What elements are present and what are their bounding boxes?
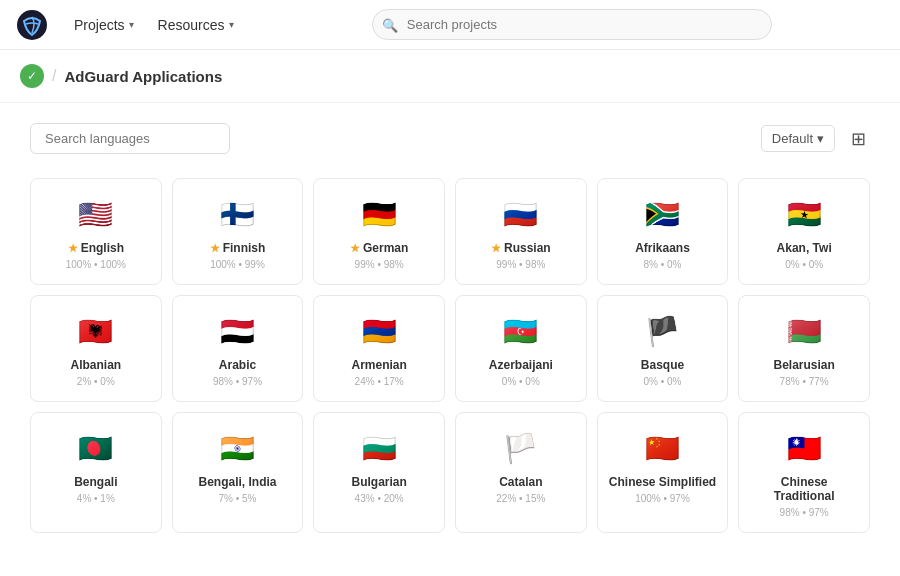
- lang-card[interactable]: 🇷🇺Russian99% • 98%: [455, 178, 587, 285]
- flag-icon: 🇺🇸: [70, 197, 122, 233]
- lang-name: Chinese Simplified: [609, 475, 716, 489]
- lang-card[interactable]: 🇬🇭Akan, Twi0% • 0%: [738, 178, 870, 285]
- language-search: [30, 123, 230, 154]
- lang-stat: 99% • 98%: [355, 259, 404, 270]
- search-input[interactable]: [30, 123, 230, 154]
- lang-name: Bengali, India: [198, 475, 276, 489]
- flag-icon: 🇨🇳: [636, 431, 688, 467]
- page-title: AdGuard Applications: [64, 68, 222, 85]
- lang-stat: 98% • 97%: [213, 376, 262, 387]
- lang-stat: 99% • 98%: [496, 259, 545, 270]
- navbar: Projects ▾ Resources ▾ 🔍: [0, 0, 900, 50]
- flag-icon: 🇾🇪: [211, 314, 263, 350]
- lang-stat: 2% • 0%: [77, 376, 115, 387]
- flag-icon: 🏴: [636, 314, 688, 350]
- nav-resources-label: Resources: [158, 17, 225, 33]
- lang-card[interactable]: 🇹🇼Chinese Traditional98% • 97%: [738, 412, 870, 533]
- lang-stat: 0% • 0%: [502, 376, 540, 387]
- flag-icon: 🏳️: [495, 431, 547, 467]
- lang-stat: 100% • 97%: [635, 493, 690, 504]
- main-content: Default ▾ ⊞ 🇺🇸English100% • 100%🇫🇮Finnis…: [0, 103, 900, 553]
- lang-stat: 22% • 15%: [496, 493, 545, 504]
- lang-name: Albanian: [70, 358, 121, 372]
- default-label: Default: [772, 131, 813, 146]
- lang-card[interactable]: 🇦🇿Azerbaijani0% • 0%: [455, 295, 587, 402]
- lang-card[interactable]: 🇧🇩Bengali4% • 1%: [30, 412, 162, 533]
- lang-stat: 100% • 100%: [66, 259, 126, 270]
- lang-card[interactable]: 🇦🇲Armenian24% • 17%: [313, 295, 445, 402]
- lang-name: Bengali: [74, 475, 117, 489]
- grid-view-button[interactable]: ⊞: [847, 124, 870, 154]
- lang-card[interactable]: 🏴Basque0% • 0%: [597, 295, 729, 402]
- shield-icon: ✓: [20, 64, 44, 88]
- lang-name: Belarusian: [773, 358, 834, 372]
- lang-card[interactable]: 🇮🇳Bengali, India7% • 5%: [172, 412, 304, 533]
- language-grid: 🇺🇸English100% • 100%🇫🇮Finnish100% • 99%🇩…: [30, 178, 870, 533]
- lang-stat: 98% • 97%: [780, 507, 829, 518]
- lang-stat: 7% • 5%: [219, 493, 257, 504]
- lang-name: Finnish: [210, 241, 266, 255]
- flag-icon: 🇫🇮: [211, 197, 263, 233]
- chevron-down-icon: ▾: [129, 19, 134, 30]
- lang-card[interactable]: 🇧🇬Bulgarian43% • 20%: [313, 412, 445, 533]
- breadcrumb-separator: /: [52, 67, 56, 85]
- lang-card[interactable]: 🏳️Catalan22% • 15%: [455, 412, 587, 533]
- flag-icon: 🇮🇳: [211, 431, 263, 467]
- lang-name: Bulgarian: [351, 475, 406, 489]
- lang-card[interactable]: 🇧🇾Belarusian78% • 77%: [738, 295, 870, 402]
- flag-icon: 🇬🇭: [778, 197, 830, 233]
- flag-icon: 🇹🇼: [778, 431, 830, 467]
- flag-icon: 🇦🇲: [353, 314, 405, 350]
- flag-icon: 🇩🇪: [353, 197, 405, 233]
- global-search-input[interactable]: [372, 9, 772, 40]
- lang-card[interactable]: 🇺🇸English100% • 100%: [30, 178, 162, 285]
- lang-card[interactable]: 🇨🇳Chinese Simplified100% • 97%: [597, 412, 729, 533]
- lang-name: Akan, Twi: [777, 241, 832, 255]
- lang-name: Azerbaijani: [489, 358, 553, 372]
- lang-card[interactable]: 🇦🇱Albanian2% • 0%: [30, 295, 162, 402]
- lang-stat: 78% • 77%: [780, 376, 829, 387]
- lang-stat: 43% • 20%: [355, 493, 404, 504]
- global-search: 🔍: [372, 9, 772, 40]
- lang-name: Russian: [491, 241, 551, 255]
- flag-icon: 🇷🇺: [495, 197, 547, 233]
- lang-stat: 4% • 1%: [77, 493, 115, 504]
- flag-icon: 🇧🇬: [353, 431, 405, 467]
- lang-name: Chinese Traditional: [749, 475, 859, 503]
- flag-icon: 🇧🇾: [778, 314, 830, 350]
- nav-menu: Projects ▾ Resources ▾: [64, 11, 244, 39]
- lang-stat: 100% • 99%: [210, 259, 265, 270]
- lang-name: Afrikaans: [635, 241, 690, 255]
- logo[interactable]: [16, 9, 48, 41]
- flag-icon: 🇦🇱: [70, 314, 122, 350]
- lang-stat: 24% • 17%: [355, 376, 404, 387]
- chevron-down-icon: ▾: [817, 131, 824, 146]
- toolbar-right: Default ▾ ⊞: [761, 124, 870, 154]
- lang-stat: 8% • 0%: [644, 259, 682, 270]
- lang-card[interactable]: 🇾🇪Arabic98% • 97%: [172, 295, 304, 402]
- lang-stat: 0% • 0%: [644, 376, 682, 387]
- lang-card[interactable]: 🇩🇪German99% • 98%: [313, 178, 445, 285]
- lang-name: English: [68, 241, 124, 255]
- default-filter-button[interactable]: Default ▾: [761, 125, 835, 152]
- lang-name: Armenian: [351, 358, 406, 372]
- breadcrumb: ✓ / AdGuard Applications: [0, 50, 900, 103]
- nav-item-resources[interactable]: Resources ▾: [148, 11, 244, 39]
- flag-icon: 🇦🇿: [495, 314, 547, 350]
- lang-card[interactable]: 🇿🇦Afrikaans8% • 0%: [597, 178, 729, 285]
- lang-stat: 0% • 0%: [785, 259, 823, 270]
- lang-name: Catalan: [499, 475, 542, 489]
- search-icon: 🔍: [382, 17, 398, 32]
- lang-name: Arabic: [219, 358, 256, 372]
- chevron-down-icon: ▾: [229, 19, 234, 30]
- nav-projects-label: Projects: [74, 17, 125, 33]
- nav-item-projects[interactable]: Projects ▾: [64, 11, 144, 39]
- lang-name: Basque: [641, 358, 684, 372]
- lang-name: German: [350, 241, 408, 255]
- flag-icon: 🇿🇦: [636, 197, 688, 233]
- toolbar: Default ▾ ⊞: [30, 123, 870, 154]
- lang-card[interactable]: 🇫🇮Finnish100% • 99%: [172, 178, 304, 285]
- flag-icon: 🇧🇩: [70, 431, 122, 467]
